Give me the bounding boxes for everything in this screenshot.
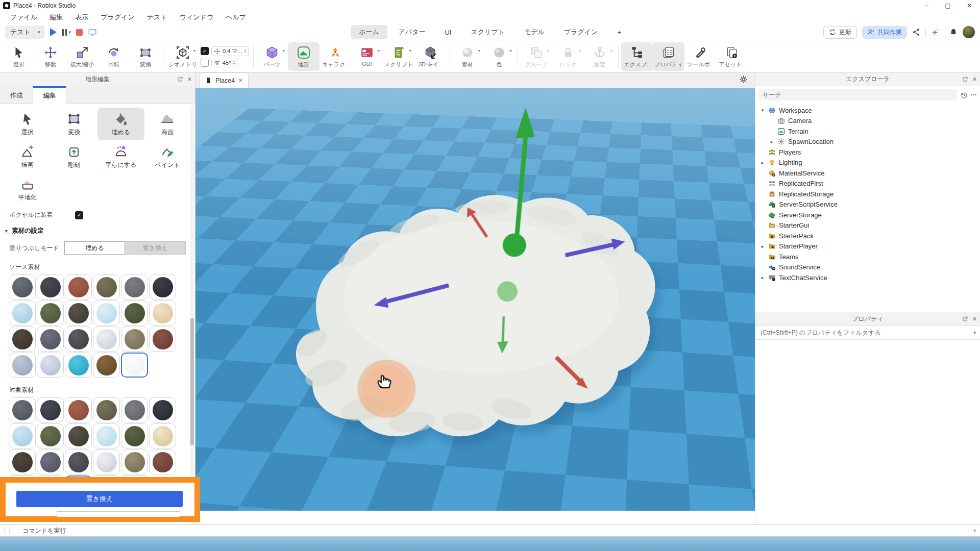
material-leafy-grass[interactable] <box>121 300 148 325</box>
material-snow[interactable] <box>37 353 64 378</box>
menu-item-1[interactable]: 編集 <box>43 11 69 23</box>
properties-button[interactable]: プロパティ <box>653 42 684 71</box>
maximize-button[interactable]: ▢ <box>937 0 959 11</box>
minimize-button[interactable]: – <box>916 0 937 11</box>
tree-item-teams[interactable]: Teams <box>755 252 980 262</box>
popout-icon[interactable] <box>177 76 183 82</box>
material-ground[interactable] <box>65 300 92 325</box>
color-button[interactable]: ▾色 <box>483 42 515 71</box>
fill-mode-option-0[interactable]: 埋める <box>64 241 126 255</box>
material-sand[interactable] <box>121 449 148 474</box>
close-button[interactable]: ✕ <box>959 0 980 11</box>
fill-mode-option-1[interactable]: 置き換え <box>125 241 186 255</box>
material-air[interactable] <box>121 353 148 378</box>
expander-closed-icon[interactable]: ▸ <box>760 275 766 280</box>
material-wood-planks[interactable] <box>93 353 120 378</box>
material-asphalt[interactable] <box>9 274 36 299</box>
material-water[interactable] <box>65 353 92 378</box>
stepper-icon[interactable]: ▴▾ <box>244 48 246 54</box>
character-button[interactable]: キャラク.. <box>320 42 351 71</box>
scrollbar-thumb[interactable] <box>190 318 194 445</box>
menu-item-3[interactable]: プラグイン <box>94 11 141 23</box>
tree-item-starterplayer[interactable]: ▸StarterPlayer <box>755 241 980 252</box>
ribbon-tab-1[interactable]: アバター <box>390 25 434 39</box>
menu-item-6[interactable]: ヘルプ <box>219 11 252 23</box>
draw-tool[interactable]: 描画 <box>4 140 51 173</box>
material-limestone[interactable] <box>149 423 176 448</box>
device-emulator-icon[interactable] <box>88 28 97 37</box>
material-cracked-lava[interactable] <box>149 397 176 422</box>
popout-icon[interactable] <box>962 316 968 322</box>
snap_move-value[interactable]: 0.4 マ...▴▾ <box>211 46 249 56</box>
material-basalt[interactable] <box>37 397 64 422</box>
material-glacier[interactable] <box>9 300 36 325</box>
tree-item-players[interactable]: Players <box>755 147 980 158</box>
tree-item-camera[interactable]: Camera <box>755 116 980 127</box>
material-ice[interactable] <box>93 423 120 448</box>
material-settings-section[interactable]: ▼ 素材の設定 <box>4 227 195 235</box>
material-pavement[interactable] <box>37 327 64 352</box>
material-cobblestone[interactable] <box>93 274 120 299</box>
command-input[interactable]: コマンドを実行 <box>22 527 973 535</box>
user-avatar[interactable] <box>963 26 975 38</box>
material-salt[interactable] <box>93 449 120 474</box>
tree-item-starterpack[interactable]: StarterPack <box>755 231 980 241</box>
close-panel-icon[interactable]: ✕ <box>972 316 977 322</box>
tree-item-workspace[interactable]: ▾Workspace <box>755 105 980 116</box>
rotate-button[interactable]: 回転 <box>98 42 130 71</box>
sea-level-tool[interactable]: 海面 <box>144 108 191 140</box>
material-brick[interactable] <box>65 274 92 299</box>
drag-handle[interactable]: ⋮⋮ <box>2 528 9 533</box>
material-grass[interactable] <box>37 423 64 448</box>
tree-item-replicatedfirst[interactable]: ReplicatedFirst <box>755 179 980 189</box>
material-concrete[interactable] <box>121 397 148 422</box>
material-salt[interactable] <box>93 327 120 352</box>
expander-closed-icon[interactable]: ▸ <box>769 139 775 144</box>
history-icon[interactable] <box>960 91 968 99</box>
ribbon-tab-3[interactable]: スクリプト <box>462 25 513 39</box>
share-icon[interactable] <box>912 28 920 36</box>
tree-item-textchatservice[interactable]: ▸TextChatService <box>755 272 980 283</box>
material-sandstone[interactable] <box>149 327 176 352</box>
material-slate[interactable] <box>9 353 36 378</box>
pause-button[interactable]: ▾ <box>62 29 71 36</box>
tree-item-materialservice[interactable]: MaterialService <box>755 168 980 179</box>
material-rock[interactable] <box>65 449 92 474</box>
3d-viewport[interactable] <box>195 88 755 511</box>
snap_rotate-value[interactable]: 45°▴▾ <box>211 59 237 67</box>
expander-open-icon[interactable]: ▾ <box>760 108 766 113</box>
material-button[interactable]: ▾素材 <box>452 42 483 71</box>
collaborate-button[interactable]: 共同作業 <box>862 26 907 39</box>
material-asphalt[interactable] <box>9 397 36 422</box>
terrain-button[interactable]: 地形 <box>288 42 320 71</box>
play-button[interactable] <box>50 28 57 36</box>
expander-closed-icon[interactable]: ▸ <box>760 160 766 165</box>
geometry-button[interactable]: ▾ジオメトリ <box>167 42 199 71</box>
menu-item-2[interactable]: 表示 <box>69 11 94 23</box>
chevron-down-icon[interactable]: ▾ <box>973 528 976 533</box>
popout-icon[interactable] <box>962 76 968 82</box>
viewport-settings-gear-icon[interactable] <box>739 75 748 84</box>
material-mud[interactable] <box>9 327 36 352</box>
scale-button[interactable]: 拡大/縮小 <box>66 42 98 71</box>
material-pavement[interactable] <box>37 449 64 474</box>
close-tab-icon[interactable]: ✕ <box>238 78 242 83</box>
tree-item-spawnlocation[interactable]: ▸SpawnLocation <box>755 137 980 147</box>
gui-button[interactable]: ▾GUI <box>351 42 383 71</box>
voxel-snap-checkbox[interactable]: ✓ <box>75 211 83 219</box>
close-panel-icon[interactable]: ✕ <box>187 76 192 83</box>
tree-item-replicatedstorage[interactable]: ReplicatedStorage <box>755 189 980 199</box>
terrain-tab-0[interactable]: 作成 <box>0 86 33 103</box>
transform-box-tool[interactable]: 変換 <box>51 108 98 140</box>
material-glacier[interactable] <box>9 423 36 448</box>
scrollbar-track[interactable] <box>190 106 194 522</box>
expander-closed-icon[interactable]: ▸ <box>760 244 766 249</box>
properties-filter-input[interactable] <box>760 329 970 337</box>
sculpt-tool[interactable]: 彫刻 <box>51 140 98 173</box>
part-button[interactable]: ▾パーツ <box>256 42 288 71</box>
smooth-tool[interactable]: 平らにする <box>97 140 144 173</box>
explorer-search-input[interactable] <box>758 89 957 101</box>
move-button[interactable]: 移動 <box>35 42 66 71</box>
paint-tool[interactable]: ペイント <box>144 140 191 173</box>
close-panel-icon[interactable]: ✕ <box>972 76 977 83</box>
